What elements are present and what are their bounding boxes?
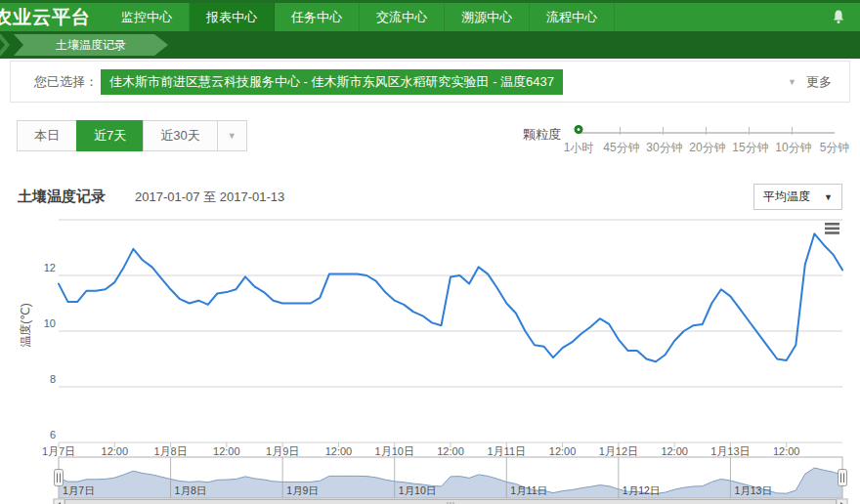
x-axis-label: 1月7日 bbox=[42, 445, 75, 457]
more-button[interactable]: ▼ 更多 bbox=[788, 73, 832, 91]
nav-item-tasks[interactable]: 任务中心 bbox=[275, 3, 360, 31]
chevron-down-icon: ▼ bbox=[824, 192, 833, 202]
selection-label: 您已选择： bbox=[34, 73, 98, 91]
context-menu-button[interactable] bbox=[825, 223, 839, 234]
y-axis-label: 6 bbox=[50, 429, 56, 441]
slider-tick bbox=[663, 127, 664, 135]
slider-tick bbox=[792, 127, 793, 135]
slider-tick bbox=[620, 127, 621, 135]
nav-item-label: 流程中心 bbox=[546, 9, 597, 26]
range-button-7days[interactable]: 近7天 bbox=[76, 120, 144, 151]
y-axis-title: 温度(℃) bbox=[19, 303, 32, 347]
x-axis-label: 12:00 bbox=[213, 445, 240, 457]
chevron-down-icon: ▼ bbox=[228, 131, 236, 141]
navigator-day-label: 1月9日 bbox=[286, 484, 319, 496]
selected-device-chip[interactable]: 佳木斯市前进区慧云科技服务中心 - 佳木斯市东风区水稻研究实验田 - 温度643… bbox=[101, 69, 563, 95]
chart-area: 681012温度(℃)1月7日12:001月8日12:001月9日12:001月… bbox=[0, 216, 860, 504]
slider-label-45m[interactable]: 45分钟 bbox=[603, 140, 639, 156]
chevron-down-icon: ▼ bbox=[788, 77, 796, 87]
main-menu: 监控中心 报表中心 任务中心 交流中心 溯源中心 流程中心 bbox=[105, 0, 615, 31]
x-axis-label: 12:00 bbox=[102, 445, 129, 457]
y-axis-label: 12 bbox=[44, 262, 56, 273]
range-button-today[interactable]: 本日 bbox=[17, 120, 77, 151]
range-dropdown-button[interactable]: ▼ bbox=[217, 120, 247, 151]
x-axis-label: 12:00 bbox=[661, 445, 688, 457]
hamburger-icon-bar bbox=[825, 231, 839, 234]
selection-panel: 您已选择： 佳木斯市前进区慧云科技服务中心 - 佳木斯市东风区水稻研究实验田 -… bbox=[10, 61, 850, 103]
app-logo: 农业云平台 bbox=[0, 0, 105, 31]
nav-item-monitoring[interactable]: 监控中心 bbox=[105, 3, 190, 31]
page-title: 土壤温度记录 bbox=[18, 188, 106, 206]
navigator-day-label: 1月8日 bbox=[175, 484, 207, 496]
nav-item-traceability[interactable]: 溯源中心 bbox=[445, 3, 530, 31]
hamburger-icon-bar bbox=[825, 223, 839, 226]
slider-label-1h[interactable]: 1小时 bbox=[564, 140, 594, 156]
range-button-30days[interactable]: 近30天 bbox=[143, 120, 217, 151]
y-axis-label: 8 bbox=[50, 373, 56, 385]
nav-item-label: 溯源中心 bbox=[461, 9, 512, 26]
navigator-handle-right[interactable] bbox=[838, 470, 847, 486]
navigator-day-label: 1月13日 bbox=[734, 484, 772, 496]
slider-label-10m[interactable]: 10分钟 bbox=[775, 140, 811, 156]
slider-label-30m[interactable]: 30分钟 bbox=[646, 140, 682, 156]
chart-header: 土壤温度记录 2017-01-07 至 2017-01-13 平均温度 ▼ bbox=[18, 184, 842, 210]
nav-item-label: 监控中心 bbox=[121, 9, 172, 26]
slider-label-15m[interactable]: 15分钟 bbox=[732, 140, 768, 156]
breadcrumb-item-soil-temperature[interactable]: 土壤温度记录 bbox=[14, 34, 168, 56]
nav-item-label: 报表中心 bbox=[206, 9, 257, 26]
x-axis-label: 12:00 bbox=[773, 445, 800, 457]
x-axis-label: 1月10日 bbox=[375, 445, 414, 457]
nav-item-communication[interactable]: 交流中心 bbox=[360, 3, 445, 31]
granularity-label: 颗粒度 bbox=[523, 126, 561, 164]
granularity-slider-handle[interactable] bbox=[575, 125, 583, 134]
navigator-day-label: 1月7日 bbox=[63, 484, 95, 496]
navigator-handle-left[interactable] bbox=[55, 470, 64, 486]
nav-item-reports[interactable]: 报表中心 bbox=[190, 3, 275, 31]
more-button-label: 更多 bbox=[806, 73, 832, 91]
x-axis-label: 12:00 bbox=[325, 445, 353, 457]
x-axis-label: 1月12日 bbox=[599, 445, 638, 457]
y-axis-label: 10 bbox=[44, 317, 56, 329]
x-axis-label: 1月11日 bbox=[488, 445, 527, 457]
x-axis-label: 1月9日 bbox=[266, 445, 299, 457]
series-line bbox=[59, 233, 842, 361]
nav-item-label: 任务中心 bbox=[291, 9, 342, 26]
metric-select[interactable]: 平均温度 ▼ bbox=[753, 184, 842, 210]
nav-item-process[interactable]: 流程中心 bbox=[530, 3, 615, 31]
breadcrumb: 土壤温度记录 bbox=[0, 31, 860, 59]
date-range-label: 2017-01-07 至 2017-01-13 bbox=[135, 189, 284, 206]
breadcrumb-chevron-icon bbox=[0, 34, 10, 56]
hamburger-icon-bar bbox=[825, 228, 839, 231]
range-button-group: 本日 近7天 近30天 ▼ bbox=[18, 120, 247, 151]
navigator-day-label: 1月10日 bbox=[399, 484, 437, 496]
notification-bell-icon[interactable] bbox=[831, 0, 846, 31]
metric-select-value: 平均温度 bbox=[763, 189, 810, 205]
nav-item-label: 交流中心 bbox=[376, 9, 427, 26]
navigator-day-label: 1月12日 bbox=[623, 484, 661, 496]
x-axis-label: 12:00 bbox=[549, 445, 577, 457]
x-axis-label: 1月13日 bbox=[710, 445, 750, 457]
temperature-chart-svg[interactable]: 681012温度(℃)1月7日12:001月8日12:001月9日12:001月… bbox=[0, 216, 860, 504]
granularity-control: 颗粒度 1小时 45分钟 30分钟 20分钟 15分钟 10分钟 5分钟 bbox=[523, 123, 842, 164]
slider-tick bbox=[706, 127, 707, 135]
granularity-slider[interactable]: 1小时 45分钟 30分钟 20分钟 15分钟 10分钟 5分钟 bbox=[577, 123, 842, 164]
x-axis-label: 12:00 bbox=[437, 445, 464, 457]
top-navbar: 农业云平台 监控中心 报表中心 任务中心 交流中心 溯源中心 流程中心 bbox=[0, 0, 860, 31]
slider-label-5m[interactable]: 5分钟 bbox=[820, 140, 850, 156]
slider-tick bbox=[749, 127, 750, 135]
navigator-day-label: 1月11日 bbox=[510, 484, 547, 496]
x-axis-label: 1月8日 bbox=[153, 445, 187, 457]
controls-row: 本日 近7天 近30天 ▼ 颗粒度 1小时 45分钟 30分钟 20分钟 15分… bbox=[18, 120, 842, 164]
slider-label-20m[interactable]: 20分钟 bbox=[689, 140, 725, 156]
